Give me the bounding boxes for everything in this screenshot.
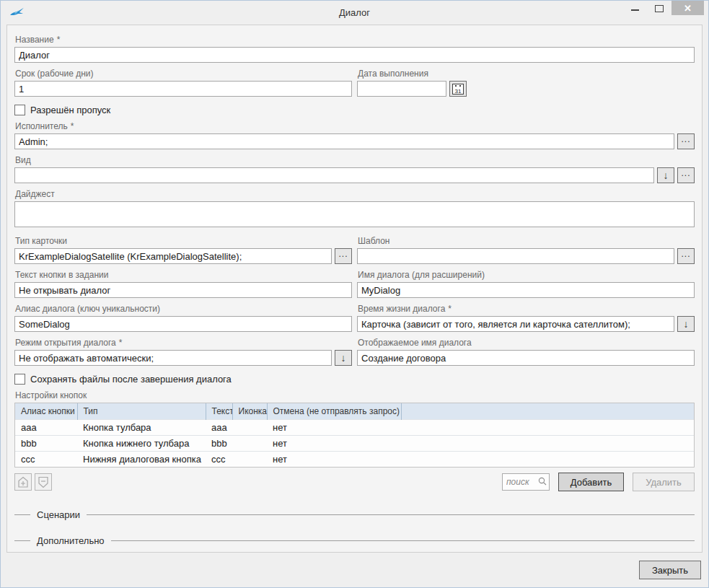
table-cell-alias: bbb	[15, 436, 77, 452]
table-cell-text: ccc	[206, 452, 232, 468]
field-digest: Дайджест	[14, 189, 695, 230]
dialog-name-input[interactable]	[357, 282, 695, 298]
dialog-lifetime-input[interactable]	[357, 316, 674, 332]
task-button-text-input[interactable]	[14, 282, 352, 298]
template-input[interactable]	[357, 248, 674, 264]
row-alias-lifetime: Алиас диалога (ключ уникальности) Время …	[14, 304, 695, 332]
template-select-button[interactable]: ...	[677, 248, 695, 264]
minimize-button[interactable]	[622, 1, 647, 15]
close-dialog-button[interactable]: Закрыть	[639, 561, 701, 579]
expander-dash	[14, 540, 30, 541]
card-type-label: Тип карточки	[15, 236, 352, 246]
table-header-cell[interactable]: Текст	[206, 403, 232, 420]
shield-down-minus-icon	[38, 476, 49, 488]
due-date-label: Дата выполнения	[358, 69, 695, 79]
dialog-window: Диалог ✕ Название* Срок (рабочие дни) Да…	[0, 0, 709, 588]
form-panel: Название* Срок (рабочие дни) Дата выполн…	[6, 25, 703, 553]
table-cell-filler	[401, 436, 694, 452]
display-name-input[interactable]	[357, 350, 695, 366]
kind-label: Вид	[15, 155, 695, 165]
row-openmode-displayname: Режим открытия диалога* ↓ Отображаемое и…	[14, 338, 695, 366]
performer-input[interactable]	[14, 133, 674, 149]
table-cell-cancel: нет	[267, 452, 401, 468]
row-cardtype-template: Тип карточки ... Шаблон ...	[14, 236, 695, 264]
required-mark: *	[71, 121, 74, 131]
buttons-settings-section: Настройки кнопок Алиас кнопки Тип Текст …	[14, 390, 695, 491]
calendar-button[interactable]: 31	[449, 81, 467, 97]
required-mark: *	[57, 35, 61, 45]
table-cell-alias: aaa	[15, 420, 77, 436]
table-row[interactable]: ccc Нижняя диалоговая кнопка ccc нет	[15, 452, 694, 468]
maximize-button[interactable]	[647, 1, 671, 15]
table-header-cell[interactable]: Отмена (не отправлять запрос)	[267, 403, 401, 420]
name-input[interactable]	[14, 47, 695, 63]
field-term: Срок (рабочие дни)	[14, 69, 352, 97]
arrow-down-icon: ↓	[341, 353, 346, 363]
digest-label: Дайджест	[15, 189, 695, 199]
expander-scenarios[interactable]: Сценарии	[14, 509, 695, 520]
dialog-name-label: Имя диалога (для расширений)	[358, 270, 695, 280]
required-mark: *	[448, 304, 452, 314]
term-input[interactable]	[14, 81, 352, 97]
name-label: Название*	[15, 35, 695, 45]
table-row[interactable]: bbb Кнопка нижнего тулбара bbb нет	[15, 436, 694, 452]
table-row[interactable]: aaa Кнопка тулбара aaa нет	[15, 420, 694, 436]
close-button[interactable]: ✕	[671, 1, 704, 15]
field-due-date: Дата выполнения 31	[357, 69, 695, 97]
digest-textarea[interactable]	[14, 201, 695, 227]
due-date-input[interactable]	[357, 81, 446, 97]
table-header-cell[interactable]: Иконка	[232, 403, 267, 420]
table-cell-cancel: нет	[267, 436, 401, 452]
arrow-down-icon: ↓	[684, 319, 689, 329]
open-mode-input[interactable]	[14, 350, 332, 366]
keep-files-checkbox-row[interactable]: Сохранять файлы после завершения диалога	[14, 374, 695, 385]
kind-dropdown-button[interactable]: ↓	[657, 167, 674, 183]
required-mark: *	[119, 338, 123, 348]
table-cell-text: bbb	[206, 436, 232, 452]
search-icon	[538, 477, 547, 486]
table-toolbar: Добавить Удалить	[14, 473, 695, 491]
keep-files-label: Сохранять файлы после завершения диалога	[30, 374, 232, 385]
card-type-select-button[interactable]: ...	[335, 248, 352, 264]
row-down-button[interactable]	[35, 473, 52, 491]
arrow-down-icon: ↓	[664, 170, 669, 180]
dialog-lifetime-dropdown-button[interactable]: ↓	[677, 316, 695, 332]
table-cell-cancel: нет	[267, 420, 401, 436]
buttons-table: Алиас кнопки Тип Текст Иконка Отмена (не…	[14, 403, 695, 468]
table-cell-icon	[232, 436, 267, 452]
bird-icon	[9, 6, 25, 19]
table-cell-text: aaa	[206, 420, 232, 436]
row-up-button[interactable]	[14, 473, 32, 491]
close-icon: ✕	[684, 3, 692, 14]
footer: Закрыть	[1, 553, 708, 587]
expander-line	[87, 514, 695, 515]
table-header-cell[interactable]: Алиас кнопки	[15, 403, 77, 420]
table-header-cell[interactable]: Тип	[77, 403, 206, 420]
field-dialog-lifetime: Время жизни диалога* ↓	[357, 304, 695, 332]
card-type-input[interactable]	[14, 248, 332, 264]
performer-select-button[interactable]: ...	[677, 133, 695, 149]
delete-button[interactable]: Удалить	[633, 473, 695, 491]
add-button[interactable]: Добавить	[558, 473, 624, 491]
table-header-row: Алиас кнопки Тип Текст Иконка Отмена (не…	[15, 403, 694, 420]
open-mode-label: Режим открытия диалога*	[15, 338, 352, 348]
window-title: Диалог	[1, 7, 708, 18]
open-mode-dropdown-button[interactable]: ↓	[335, 350, 352, 366]
titlebar: Диалог ✕	[1, 1, 708, 25]
expander-additional[interactable]: Дополнительно	[14, 535, 695, 546]
skip-allowed-checkbox[interactable]	[14, 105, 25, 115]
shield-up-plus-icon	[17, 476, 29, 488]
kind-input[interactable]	[14, 167, 654, 183]
field-open-mode: Режим открытия диалога* ↓	[14, 338, 352, 366]
field-name: Название*	[14, 35, 695, 63]
keep-files-checkbox[interactable]	[14, 374, 25, 385]
skip-allowed-checkbox-row[interactable]: Разрешён пропуск	[14, 105, 695, 115]
table-cell-type: Кнопка нижнего тулбара	[77, 436, 206, 452]
table-cell-alias: ccc	[15, 452, 77, 468]
dialog-lifetime-label: Время жизни диалога*	[358, 304, 695, 314]
row-term-date: Срок (рабочие дни) Дата выполнения 31	[14, 69, 695, 97]
dialog-alias-input[interactable]	[14, 316, 352, 332]
field-template: Шаблон ...	[357, 236, 695, 264]
kind-select-button[interactable]: ...	[677, 167, 695, 183]
dialog-alias-label: Алиас диалога (ключ уникальности)	[15, 304, 352, 314]
